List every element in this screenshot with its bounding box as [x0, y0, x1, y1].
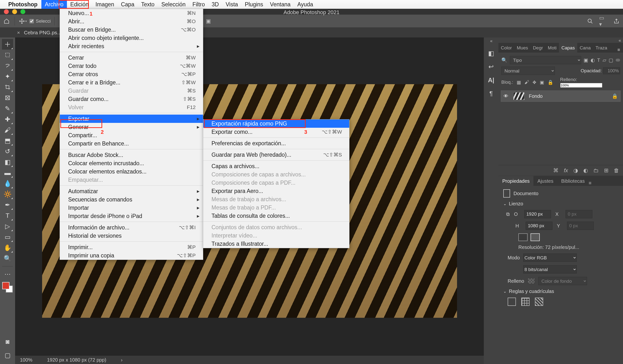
menu-item[interactable]: Guardar como...⇧⌘S	[60, 95, 203, 103]
edit-toolbar-icon[interactable]: ⋯	[2, 269, 13, 279]
frame-tool[interactable]	[2, 92, 13, 103]
menubar-item-capa[interactable]: Capa	[117, 0, 138, 9]
move-tool[interactable]	[2, 39, 13, 50]
menu-item[interactable]: Abrir...⌘O	[60, 17, 203, 25]
panel-tab-color[interactable]: Color	[498, 43, 514, 53]
document-tab[interactable]: × Cebra PNG.ps...	[17, 30, 61, 36]
fx-icon[interactable]: fx	[564, 167, 568, 174]
collapse-arrows-icon[interactable]: ‹‹	[490, 39, 492, 44]
menu-item[interactable]: Nuevo...⌘N	[60, 9, 203, 17]
blur-tool[interactable]: 💧	[2, 178, 13, 189]
maximize-icon[interactable]	[21, 9, 25, 14]
layer-name[interactable]: Fondo	[529, 93, 543, 99]
menu-item[interactable]: Historial de versiones	[60, 232, 203, 240]
path-selection-tool[interactable]: ▷	[2, 221, 13, 232]
color-swatches[interactable]	[2, 282, 13, 293]
lock-all-icon[interactable]: 🔒	[548, 80, 553, 85]
3d-camera-icon[interactable]: ▣	[204, 17, 212, 25]
group-icon[interactable]: 🗀	[593, 167, 599, 174]
character-panel-icon[interactable]: A|	[488, 76, 494, 84]
orientation-landscape-icon[interactable]	[531, 233, 540, 241]
panel-tab-muestras[interactable]: Mues	[514, 43, 530, 53]
menubar-item-archivo[interactable]: Archivo	[41, 0, 67, 9]
workspace-selector-icon[interactable]: ▭ ▾	[599, 17, 607, 25]
adjustments-icon[interactable]: ◧	[488, 50, 494, 57]
eyedropper-tool[interactable]: ✎	[2, 103, 13, 114]
lock-position-icon[interactable]: ✥	[533, 80, 536, 85]
panel-menu-icon[interactable]: ≡	[589, 180, 592, 186]
menu-item[interactable]: Guardar para Web (heredado)...⌥⇧⌘S	[203, 150, 349, 159]
menu-item[interactable]: Trazados a Illustrator...	[203, 240, 349, 248]
menu-item[interactable]: Importar desde iPhone o iPad	[60, 212, 203, 220]
menubar-item-texto[interactable]: Texto	[138, 0, 158, 9]
stamp-tool[interactable]: ⬒	[2, 135, 13, 146]
rulers-section-label[interactable]: Reglas y cuadrículas	[509, 289, 554, 294]
delete-layer-icon[interactable]: 🗑	[614, 167, 619, 174]
layer-filter-type[interactable]: Tipo	[510, 56, 581, 64]
panel-tab-motivos[interactable]: Moti	[545, 43, 559, 53]
panel-tab-trazados[interactable]: Traza	[593, 43, 610, 53]
menu-item[interactable]: Cerrar todo⌥⌘W	[60, 62, 203, 70]
mask-icon[interactable]: ◑	[573, 167, 578, 174]
adjustment-layer-icon[interactable]: ◐	[583, 167, 588, 174]
link-layers-icon[interactable]: ⌘	[553, 167, 558, 174]
menubar-item-imagen[interactable]: Imagen	[92, 0, 117, 9]
pen-tool[interactable]: ✒	[2, 199, 13, 210]
menu-item[interactable]: Generar	[60, 123, 203, 131]
zoom-level[interactable]: 100%	[20, 357, 32, 363]
x-input[interactable]	[566, 210, 592, 218]
fill-swatch[interactable]	[528, 278, 535, 284]
close-icon[interactable]	[4, 9, 9, 14]
zoom-tool[interactable]: 🔍	[2, 253, 13, 264]
opacity-input[interactable]	[603, 67, 620, 74]
auto-select-checkbox[interactable]: Seleccionar tema	[29, 19, 50, 24]
bit-depth-select[interactable]: 8 bits/canal	[523, 265, 577, 274]
brush-tool[interactable]: 🖌	[2, 125, 13, 135]
panel-tab-bibliotecas[interactable]: Bibliotecas	[557, 176, 589, 186]
menu-item[interactable]: Exportar como...⌥⇧⌘W	[203, 128, 349, 136]
panel-tab-propiedades[interactable]: Propiedades	[498, 176, 534, 186]
menu-item[interactable]: Buscar Adobe Stock...	[60, 151, 203, 159]
history-brush-tool[interactable]: ↺	[2, 146, 13, 157]
home-icon[interactable]	[2, 17, 11, 25]
filter-smart-icon[interactable]: ▢	[609, 57, 613, 63]
healing-tool[interactable]: ✚	[2, 114, 13, 125]
visibility-icon[interactable]: 👁	[504, 93, 509, 99]
menu-item[interactable]: Información de archivo...⌥⇧⌘I	[60, 223, 203, 232]
menu-item[interactable]: Compartir...	[60, 131, 203, 139]
menubar-item-selección[interactable]: Selección	[158, 0, 189, 9]
panel-tab-canales[interactable]: Cana	[577, 43, 593, 53]
canvas-section-label[interactable]: Lienzo	[509, 201, 523, 207]
menu-item[interactable]: Imprimir una copia⌥⇧⌘P	[60, 251, 203, 260]
menu-item[interactable]: Buscar en Bridge...⌥⌘O	[60, 25, 203, 34]
marquee-tool[interactable]	[2, 50, 13, 60]
crop-tool[interactable]	[2, 82, 13, 92]
menubar-item-plugins[interactable]: Plugins	[241, 0, 267, 9]
lasso-tool[interactable]	[2, 60, 13, 71]
dodge-tool[interactable]: 🔆	[2, 189, 13, 199]
color-mode-select[interactable]: Color RGB	[523, 254, 577, 262]
shape-tool[interactable]: ▭	[2, 232, 13, 242]
menubar-item-vista[interactable]: Vista	[222, 0, 241, 9]
menu-item[interactable]: Cerrar e ir a Bridge...⇧⌘W	[60, 78, 203, 87]
menubar-item-edición[interactable]: Edición	[67, 0, 92, 9]
filter-adjust-icon[interactable]: ◐	[591, 57, 595, 63]
panel-tab-degradados[interactable]: Degr	[531, 43, 545, 53]
share-icon[interactable]	[612, 17, 621, 25]
menu-item[interactable]: Abrir recientes	[60, 42, 203, 50]
menubar-item-filtro[interactable]: Filtro	[189, 0, 208, 9]
fill-input[interactable]	[560, 83, 602, 87]
menu-item[interactable]: Preferencias de exportación...	[203, 139, 349, 148]
panel-tab-ajustes[interactable]: Ajustes	[534, 176, 557, 186]
blend-mode-select[interactable]: Normal	[501, 67, 555, 75]
menu-item[interactable]: Imprimir...⌘P	[60, 243, 203, 251]
orientation-portrait-icon[interactable]	[518, 233, 528, 241]
menu-item[interactable]: Importar	[60, 204, 203, 212]
menu-item[interactable]: Colocar elementos enlazados...	[60, 167, 203, 176]
screen-mode-icon[interactable]: ▢	[2, 350, 13, 361]
lock-artboard-icon[interactable]: ▣	[540, 80, 544, 85]
collapse-right-icon[interactable]: ‹‹	[498, 38, 623, 43]
menu-item[interactable]: Automatizar	[60, 187, 203, 195]
magic-wand-tool[interactable]: ✦	[2, 71, 13, 82]
filter-image-icon[interactable]: ▣	[584, 57, 588, 63]
